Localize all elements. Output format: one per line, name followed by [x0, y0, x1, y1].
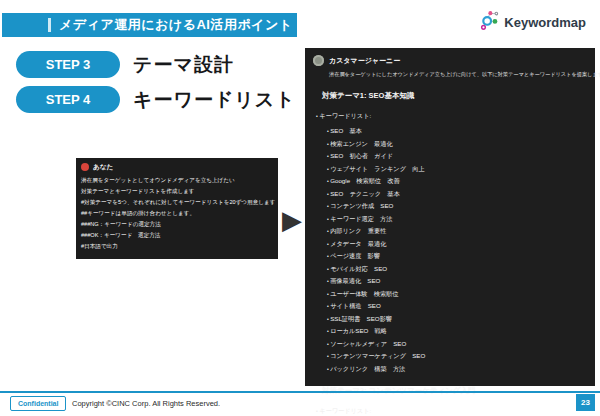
keyword-item: 検索エンジン 最適化: [327, 138, 587, 151]
keyword-item: ローカルSEO 戦略: [327, 325, 587, 338]
step4-label: キーワードリスト: [133, 86, 296, 113]
keyword-item: 画像最適化 SEO: [327, 275, 587, 288]
keywordmap-network-icon: [478, 9, 500, 35]
prompt-line: ###OK：キーワード 選定方法: [81, 230, 273, 241]
keyword-item: SSL証明書 SEO影響: [327, 313, 587, 326]
keyword-item: サイト構造 SEO: [327, 300, 587, 313]
logo-wordmark: Keywordmap: [504, 15, 586, 30]
keyword-item: SEO テクニック 基本: [327, 188, 587, 201]
step3-label: テーマ設計: [133, 51, 234, 78]
response-intro: 潜在層をターゲットにしたオウンドメディア立ち上げに向けて、以下に対策テーマとキー…: [329, 70, 587, 78]
prompt-line: #日本語で出力: [81, 241, 273, 252]
footer-divider: [0, 391, 600, 393]
prompt-header: あなた: [81, 162, 273, 172]
theme2-keyword-list-label: キーワードリスト:: [316, 407, 587, 416]
prompt-line: 対策テーマとキーワードリストを作成します: [81, 186, 273, 197]
keyword-item: ウェブサイト ランキング 向上: [327, 163, 587, 176]
user-prompt-box: あなた 潜在層をターゲットとしてオウンドメディアを立ち上げたい対策テーマとキーワ…: [76, 158, 278, 259]
prompt-line: 潜在層をターゲットとしてオウンドメディアを立ち上げたい: [81, 175, 273, 186]
theme1-keyword-list-label: キーワードリスト:: [316, 112, 587, 121]
prompt-role-label: あなた: [93, 163, 113, 172]
keyword-item: モバイル対応 SEO: [327, 263, 587, 276]
keyword-item: コンテンツマーケティング SEO: [327, 350, 587, 363]
prompt-line: ###NG：キーワードの選定方法: [81, 219, 273, 230]
copyright-text: Copyright ©CINC Corp. All Rights Reserve…: [72, 399, 220, 408]
prompt-line: #対策テーマを5つ、それぞれに対してキーワードリストを20ずつ用意します: [81, 197, 273, 208]
user-avatar-icon: [81, 163, 89, 171]
keyword-item: キーワード選定 方法: [327, 213, 587, 226]
theme1-keyword-list: SEO 基本検索エンジン 最適化SEO 初心者 ガイドウェブサイト ランキング …: [327, 125, 587, 375]
theme1-heading: 対策テーマ1: SEO基本知識: [322, 91, 587, 101]
response-header: カスタマージャーニー: [313, 55, 587, 66]
assistant-avatar-icon: [313, 55, 324, 66]
keywordmap-logo: Keywordmap: [478, 9, 586, 35]
banner-accent-bar: [48, 18, 51, 32]
keyword-item: SEO 基本: [327, 125, 587, 138]
keyword-item: コンテンツ作成 SEO: [327, 200, 587, 213]
keyword-item: ソーシャルメディア SEO: [327, 338, 587, 351]
prompt-text: 潜在層をターゲットとしてオウンドメディアを立ち上げたい対策テーマとキーワードリス…: [81, 175, 273, 252]
prompt-line: ##キーワードは単語の掛け合わせとします。: [81, 208, 273, 219]
page-title: メディア運用におけるAI活用ポイント: [59, 16, 293, 34]
confidential-badge: Confidential: [10, 396, 66, 411]
keyword-item: ユーザー体験 検索順位: [327, 288, 587, 301]
step4-badge: STEP 4: [16, 86, 120, 113]
page-number: 23: [576, 394, 595, 411]
step3-badge: STEP 3: [16, 51, 120, 78]
keyword-item: ページ速度 影響: [327, 250, 587, 263]
keyword-item: バックリンク 構築 方法: [327, 363, 587, 376]
keyword-item: SEO 初心者 ガイド: [327, 150, 587, 163]
assistant-role-label: カスタマージャーニー: [329, 56, 400, 66]
keyword-item: メタデータ 最適化: [327, 238, 587, 251]
right-arrow-icon: ▶: [282, 206, 302, 234]
title-banner: メディア運用におけるAI活用ポイント: [2, 13, 297, 37]
ai-response-panel: カスタマージャーニー 潜在層をターゲットにしたオウンドメディア立ち上げに向けて、…: [305, 48, 595, 386]
keyword-item: Google 検索順位 改善: [327, 175, 587, 188]
keyword-item: 内部リンク 重要性: [327, 225, 587, 238]
